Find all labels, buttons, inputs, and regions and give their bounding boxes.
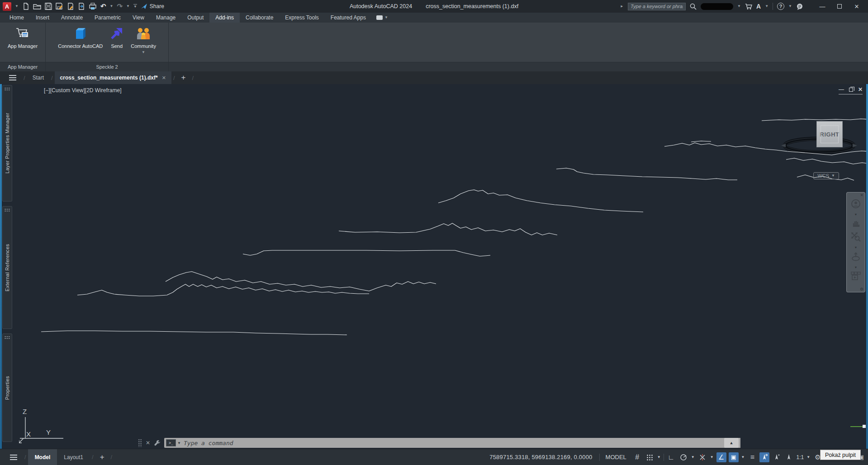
polar-caret-icon[interactable]: ▼ [691,455,695,459]
polar-tracking-icon[interactable] [678,452,688,462]
ucs-icon[interactable]: Z X Y [19,407,70,446]
layout1-tab[interactable]: Layout1 [57,449,90,465]
scale-caret-icon[interactable]: ▼ [806,455,810,459]
file-tab-start[interactable]: Start [27,71,49,84]
grid-display-icon[interactable]: # [632,452,642,462]
community-button[interactable]: Community ▼ [128,25,159,55]
ribbon-overflow-button[interactable]: ▼ [372,13,393,23]
new-drawing-button[interactable]: + [177,73,190,82]
lineweight-icon[interactable]: ≡ [747,452,757,462]
save-as-icon[interactable] [56,3,63,10]
annotation-autoscale-icon[interactable] [772,452,782,462]
autocad-logo-icon[interactable]: A [3,2,11,11]
palette-properties[interactable]: Properties [2,333,12,442]
autodesk-account-icon[interactable]: A [756,3,761,10]
account-name-redacted[interactable] [701,3,733,10]
viewcube[interactable]: RIGHT [816,121,843,147]
navbar-lock-icon[interactable]: ⚙ [860,287,863,291]
undo-icon[interactable]: ↶ [100,2,106,10]
share-button[interactable]: Share [141,3,164,9]
orbit-icon[interactable] [851,252,861,263]
open-folder-icon[interactable] [33,3,41,10]
plot-icon[interactable] [89,3,97,10]
navbar-close-icon[interactable]: ✕ [860,193,863,197]
annotation-scale-value[interactable]: 1:1 [796,454,804,460]
app-store-cart-icon[interactable] [745,3,752,10]
feedback-icon[interactable] [796,3,803,10]
steering-wheel-icon[interactable] [851,199,861,210]
navbar-caret-icon[interactable]: ▼ [854,246,858,249]
wcs-dropdown[interactable]: WCS ▼ [813,172,839,179]
viewport-restore-icon[interactable] [849,88,853,92]
file-tab-menu-button[interactable] [4,75,22,80]
search-icon[interactable] [690,3,697,10]
search-input[interactable] [628,3,686,10]
maximize-button[interactable] [831,0,848,13]
redo-caret-icon[interactable]: ▼ [126,5,130,8]
model-viewport[interactable]: RIGHT WCS ▼ ✕ ▼ ▼ [13,84,866,449]
command-history-up-button[interactable]: ▲ [724,438,739,448]
minimize-button[interactable]: — [814,0,831,13]
close-tab-icon[interactable]: ✕ [162,75,166,81]
model-space-indicator[interactable]: MODEL [606,454,626,460]
tab-insert[interactable]: Insert [30,13,55,23]
osnap-tracking-icon[interactable] [697,452,707,462]
layout-menu-button[interactable] [5,455,23,460]
tab-add-ins[interactable]: Add-ins [209,13,240,23]
command-input-bar[interactable]: >_ ▼ ▲ [164,438,740,448]
drawing-canvas[interactable] [13,84,866,449]
command-input[interactable] [184,440,724,446]
tab-output[interactable]: Output [181,13,209,23]
command-recent-caret-icon[interactable]: ▼ [177,441,181,445]
object-snap-icon[interactable]: ▣ [729,452,739,462]
tab-parametric[interactable]: Parametric [89,13,127,23]
close-button[interactable]: ✕ [848,0,865,13]
annotation-scale-icon[interactable] [784,452,794,462]
pan-hand-icon[interactable] [851,219,860,229]
save-to-web-icon[interactable] [78,3,85,10]
app-menu-caret-icon[interactable]: ▼ [15,5,19,8]
panel-label-speckle[interactable]: Speckle 2 [46,62,168,71]
navbar-caret-icon[interactable]: ▼ [854,266,858,269]
command-customize-wrench-icon[interactable] [154,439,161,446]
save-icon[interactable] [45,3,52,10]
send-button[interactable]: Send [107,25,127,50]
zoom-icon[interactable] [851,232,861,243]
tab-annotate[interactable]: Annotate [55,13,89,23]
autodesk-caret-icon[interactable]: ▼ [765,5,768,8]
showmotion-icon[interactable] [851,272,861,282]
snap-caret-icon[interactable]: ▼ [657,455,661,459]
viewport-minimize-icon[interactable]: — [839,86,844,93]
annotation-visibility-icon[interactable] [759,452,769,462]
object-snap-caret-icon[interactable]: ▼ [741,455,745,459]
palette-external-references[interactable]: External References [2,206,12,329]
help-caret-icon[interactable]: ▼ [788,5,792,8]
tab-collaborate[interactable]: Collaborate [240,13,279,23]
new-file-icon[interactable] [22,3,29,10]
new-layout-button[interactable]: + [95,453,109,462]
help-icon[interactable]: ? [777,3,784,10]
isodraft-icon[interactable]: ∠ [716,452,726,462]
command-grip-icon[interactable] [138,439,142,447]
ortho-mode-icon[interactable]: ∟ [666,452,676,462]
undo-caret-icon[interactable]: ▼ [110,5,114,8]
open-from-web-icon[interactable] [67,3,74,10]
tab-featured-apps[interactable]: Featured Apps [325,13,372,23]
qat-customize-caret-icon[interactable]: ▼ [133,4,137,9]
palette-layer-properties[interactable]: Layer Properties Manager [2,85,12,202]
snap-mode-icon[interactable] [645,452,655,462]
command-prompt-icon[interactable]: >_ [166,439,176,446]
search-expand-icon[interactable]: ▼ [620,5,624,8]
app-manager-button[interactable]: App Manager [5,25,41,50]
osnap-tracking-caret-icon[interactable]: ▼ [710,455,714,459]
command-close-icon[interactable]: ✕ [146,440,150,446]
account-caret-icon[interactable]: ▼ [737,5,741,8]
file-tab-document[interactable]: cross_section_measurements (1).dxf* ✕ [55,71,171,84]
tab-manage[interactable]: Manage [150,13,181,23]
panel-label-app-manager[interactable]: App Manager [0,62,45,71]
redo-icon[interactable]: ↷ [117,2,123,10]
navbar-caret-icon[interactable]: ▼ [854,213,858,216]
tab-express-tools[interactable]: Express Tools [279,13,324,23]
connector-autocad-button[interactable]: Connector AutoCAD [55,25,106,50]
viewport-controls-label[interactable]: [−][Custom View][2D Wireframe] [44,87,122,94]
